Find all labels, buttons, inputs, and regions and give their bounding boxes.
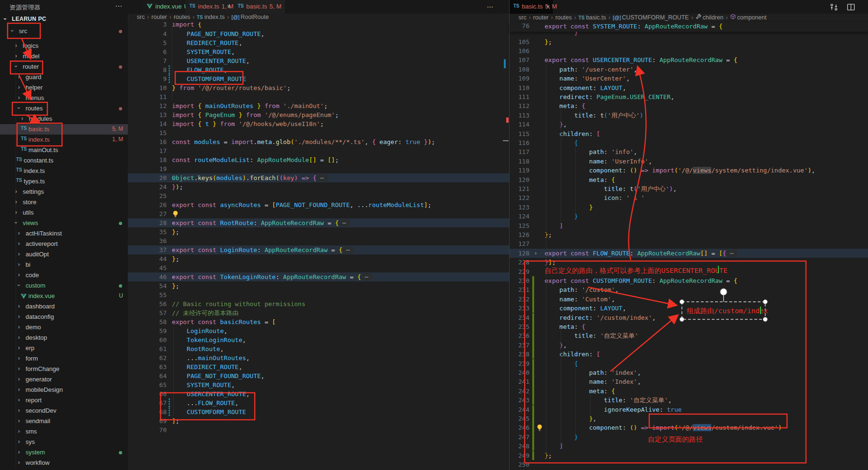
code-line-246[interactable]: 246 component: () => import('/@/views/cu… xyxy=(510,423,868,432)
code-line-228[interactable]: 228}]; xyxy=(510,258,868,267)
tree-row-sms[interactable]: ›sms xyxy=(0,426,128,437)
tree-row-sys[interactable]: ›sys xyxy=(0,437,128,447)
code-line-116[interactable]: 116 { xyxy=(510,138,868,147)
tree-row-basic.ts[interactable]: TSbasic.ts5, M xyxy=(0,124,128,135)
close-icon[interactable]: × xyxy=(546,3,550,10)
tree-row-erp[interactable]: ›erp xyxy=(0,343,128,353)
tree-row-index.ts[interactable]: TSindex.ts1, M xyxy=(0,135,128,145)
explorer-more-icon[interactable]: ⋯ xyxy=(115,2,122,10)
code-line-61[interactable]: 61 RootRoute, xyxy=(128,344,509,353)
code-line-244[interactable]: 244 ignoreKeepAlive: true xyxy=(510,405,868,414)
breadcrumb-item-src[interactable]: src xyxy=(519,14,527,21)
tree-row-utils[interactable]: ›utils xyxy=(0,208,128,218)
tree-row-mobileDesign[interactable]: ›mobileDesign xyxy=(0,385,128,395)
code-line-4[interactable]: 4 PAGE_NOT_FOUND_ROUTE, xyxy=(128,29,509,38)
tree-row-workflow[interactable]: ›workflow xyxy=(0,458,128,468)
sticky-scroll-line[interactable]: 76export const SYSTEM_ROUTE: AppRouteRec… xyxy=(510,22,868,32)
code-line-242[interactable]: 242 meta: { xyxy=(510,387,868,396)
code-line-45[interactable]: 45 xyxy=(128,263,509,272)
code-line-109[interactable]: 109 name: 'UserCenter', xyxy=(510,74,868,83)
code-line-111[interactable]: 111 redirect: PageEnum.USER_CENTER, xyxy=(510,92,868,101)
code-line-64[interactable]: 64 PAGE_NOT_FOUND_ROUTE, xyxy=(128,371,509,380)
code-line-55[interactable]: 55 xyxy=(128,290,509,299)
code-line-113[interactable]: 113 title: t('用户中心') xyxy=(510,111,868,120)
tree-row-custom[interactable]: ›custom xyxy=(0,280,128,291)
tree-row-modules[interactable]: ›modules xyxy=(0,114,128,124)
code-line-69[interactable]: 69]; xyxy=(128,416,509,425)
code-line-117[interactable]: 117 path: 'info', xyxy=(510,147,868,156)
breadcrumb-item-router[interactable]: router xyxy=(533,14,549,21)
code-line-9[interactable]: 9 CUSTOMFORM_ROUTE xyxy=(128,74,509,83)
code-line-44[interactable]: 44}; xyxy=(128,254,509,263)
code-line-28[interactable]: 28›export const RootRoute: AppRouteRecor… xyxy=(128,218,509,227)
tree-row-demo[interactable]: ›demo xyxy=(0,322,128,333)
code-line-121[interactable]: 121 title: t('用户中心'), xyxy=(510,184,868,193)
breadcrumb-item-src[interactable]: src xyxy=(137,14,145,20)
code-line-7[interactable]: 7 USERCENTER_ROUTE, xyxy=(128,56,509,65)
tree-row-model[interactable]: ›model xyxy=(0,51,128,62)
tree-row-mainOut.ts[interactable]: TSmainOut.ts xyxy=(0,145,128,155)
code-line-235[interactable]: 235 meta: { xyxy=(510,322,868,331)
code-line-249[interactable]: 249}; xyxy=(510,451,868,460)
open-changes-icon[interactable] xyxy=(830,3,838,13)
code-line-124[interactable]: 124 } xyxy=(510,212,868,221)
tabbar-more-icon[interactable]: ⋯ xyxy=(487,3,493,10)
code-line-58[interactable]: 58export const basicRoutes = [ xyxy=(128,317,509,326)
tree-row-dataconfig[interactable]: ›dataconfig xyxy=(0,312,128,322)
workspace-section-header[interactable]: › LEARUN PC xyxy=(2,14,126,25)
code-line-19[interactable]: 19 xyxy=(128,164,509,173)
breadcrumb-item-routes[interactable]: routes xyxy=(555,14,572,21)
tree-row-report[interactable]: ›report xyxy=(0,395,128,406)
code-line-17[interactable]: 17 xyxy=(128,146,509,155)
editor-right[interactable]: 105};106107export const USERCENTER_ROUTE… xyxy=(510,22,868,470)
breadcrumb-right[interactable]: src›router›routes›TSbasic.ts›[@]CUSTOMFO… xyxy=(518,14,767,22)
code-line-114[interactable]: 114 }, xyxy=(510,120,868,129)
tree-row-constant.ts[interactable]: TSconstant.ts xyxy=(0,155,128,166)
code-line-237[interactable]: 237 }, xyxy=(510,341,868,350)
code-line-24[interactable]: 24}); xyxy=(128,182,509,191)
code-line-11[interactable]: 11 xyxy=(128,92,509,101)
code-line-60[interactable]: 60 TokenLoginRoute, xyxy=(128,335,509,344)
code-line-70[interactable]: 70 xyxy=(128,425,509,434)
code-line-67[interactable]: 67 ...FLOW_ROUTE, xyxy=(128,398,509,407)
code-line-250[interactable]: 250 xyxy=(510,460,868,469)
code-line-26[interactable]: 26export const asyncRoutes = [PAGE_NOT_F… xyxy=(128,200,509,209)
tree-row-code[interactable]: ›code xyxy=(0,270,128,280)
code-line-110[interactable]: 110 component: LAYOUT, xyxy=(510,83,868,92)
code-line-66[interactable]: 66 USERCENTER_ROUTE, xyxy=(128,389,509,398)
code-line-123[interactable]: 123 } xyxy=(510,203,868,212)
tree-row-actHiTaskinst[interactable]: ›actHiTaskinst xyxy=(0,228,128,239)
code-line-68[interactable]: 68 CUSTOMFORM_ROUTE xyxy=(128,407,509,416)
code-line-15[interactable]: 15 xyxy=(128,128,509,137)
breadcrumb-item-RootRoute[interactable]: [@]RootRoute xyxy=(232,14,269,20)
code-line-112[interactable]: 112 meta: { xyxy=(510,101,868,110)
code-line-105[interactable]: 105}; xyxy=(510,37,868,46)
breadcrumb-item-basic.ts[interactable]: TSbasic.ts xyxy=(579,14,606,21)
tree-row-bi[interactable]: ›bi xyxy=(0,260,128,270)
breadcrumb-item-routes[interactable]: routes xyxy=(174,14,190,20)
code-line-238[interactable]: 238 children: [ xyxy=(510,350,868,359)
breadcrumb[interactable]: src›router›routes›TSindex.ts›[@]RootRout… xyxy=(136,14,269,22)
code-line-236[interactable]: 236 title: '自定义菜单' xyxy=(510,331,868,340)
tree-row-types.ts[interactable]: TStypes.ts xyxy=(0,176,128,187)
code-line-62[interactable]: 62 ...mainOutRoutes, xyxy=(128,353,509,362)
tree-row-dashboard[interactable]: ›dashboard xyxy=(0,301,128,312)
code-line-232[interactable]: 232 name: 'Custom', xyxy=(510,295,868,304)
code-line-240[interactable]: 240 path: 'index', xyxy=(510,368,868,377)
code-line-245[interactable]: 245 }, xyxy=(510,414,868,423)
split-editor-icon[interactable] xyxy=(847,3,855,13)
code-line-56[interactable]: 56// Basic routing without permissions xyxy=(128,299,509,308)
tab-basic.ts[interactable]: TSbasic.ts5, M× xyxy=(510,0,554,14)
code-line-16[interactable]: 16const modules = import.meta.glob('./mo… xyxy=(128,137,509,146)
breadcrumb-item-CUSTOMFORM_ROUTE[interactable]: [@]CUSTOMFORM_ROUTE xyxy=(613,14,689,21)
tab-index.ts[interactable]: TSindex.ts1, M× xyxy=(186,0,234,14)
tab-basic.ts[interactable]: TSbasic.ts5, M xyxy=(234,0,285,14)
code-line-230[interactable]: 230export const CUSTOMFORM_ROUTE: AppRou… xyxy=(510,276,868,285)
code-line-118[interactable]: 118 name: 'UserInfo', xyxy=(510,157,868,166)
tree-row-desktop[interactable]: ›desktop xyxy=(0,333,128,343)
tree-row-sendmail[interactable]: ›sendmail xyxy=(0,416,128,426)
code-line-37[interactable]: 37›export const LoginRoute: AppRouteReco… xyxy=(128,245,509,254)
close-icon[interactable]: × xyxy=(227,3,231,10)
tree-row-views[interactable]: ›views xyxy=(0,218,128,228)
code-line-54[interactable]: 54}; xyxy=(128,281,509,290)
